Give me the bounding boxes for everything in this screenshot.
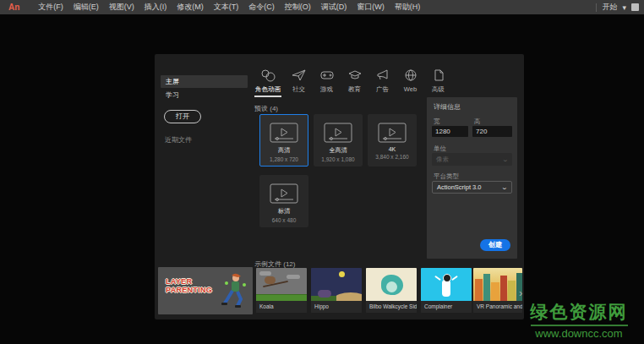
menu-insert[interactable]: 插入(I): [139, 0, 172, 14]
watermark-site-name: 绿色资源网: [531, 300, 628, 326]
sample-thumbnail: [311, 268, 362, 301]
units-select: 像素 ⌄: [432, 153, 512, 166]
document-icon: [431, 67, 446, 84]
height-input[interactable]: [472, 126, 512, 137]
chevron-down-icon: ⌄: [502, 156, 509, 163]
menu-view[interactable]: 视图(V): [104, 0, 139, 14]
watermark: 绿色资源网 www.downcc.com: [516, 300, 641, 340]
width-input[interactable]: [432, 126, 468, 137]
sample-thumbnail: [421, 268, 472, 301]
walking-character-art: [219, 272, 248, 309]
animate-logo: An: [8, 3, 19, 12]
menu-debug[interactable]: 调试(D): [316, 0, 352, 14]
menu-edit[interactable]: 编辑(E): [68, 0, 104, 14]
recent-files-label: 近期文件: [165, 135, 192, 145]
layer-parenting-promo-tile[interactable]: LAYER PARENTING: [158, 267, 253, 314]
window-control[interactable]: [631, 3, 639, 11]
sample-name: Hippo: [311, 301, 362, 313]
tab-games[interactable]: 游戏: [313, 64, 341, 94]
sample-koala[interactable]: Koala: [256, 268, 307, 313]
width-label: 宽: [434, 117, 440, 126]
sample-name: Bilbo Walkcycle Side: [366, 301, 417, 313]
tab-social[interactable]: 社交: [285, 64, 313, 94]
units-label: 单位: [434, 145, 446, 153]
tab-character-animation[interactable]: 角色动画: [251, 64, 285, 94]
preset-full-hd[interactable]: 全高清 1,920 x 1,080: [314, 114, 363, 167]
platform-select[interactable]: ActionScript 3.0 ⌄: [432, 181, 512, 194]
start-screen: 主屏 学习 打开 近期文件 LAYER PARENTING 角色动画: [155, 54, 524, 319]
menu-modify[interactable]: 修改(M): [172, 0, 209, 14]
sample-name: VR Panoramic and 3: [473, 301, 522, 313]
menu-bar: An 文件(F) 编辑(E) 视图(V) 插入(I) 修改(M) 文本(T) 命…: [0, 0, 644, 14]
details-header: 详细信息: [434, 102, 461, 112]
promo-title: LAYER PARENTING: [166, 277, 212, 294]
gamepad-icon: [319, 67, 335, 84]
video-preset-icon: [270, 123, 298, 143]
tab-advanced[interactable]: 高级: [424, 64, 452, 94]
create-button[interactable]: 创建: [480, 239, 510, 251]
platform-label: 平台类型: [434, 172, 459, 181]
video-preset-icon: [378, 123, 407, 143]
menu-text[interactable]: 文本(T): [209, 0, 244, 14]
details-panel: 详细信息 宽 高 单位 像素 ⌄ 平台类型 ActionScript 3.0 ⌄…: [427, 97, 517, 259]
paper-plane-icon: [292, 67, 307, 84]
graduation-cap-icon: [347, 67, 363, 84]
sample-name: Complainer: [421, 301, 472, 313]
menu-help[interactable]: 帮助(H): [390, 0, 426, 14]
sample-thumbnail: [473, 268, 522, 301]
character-animation-icon: [260, 67, 276, 84]
tab-web[interactable]: Web: [396, 64, 424, 94]
preset-4k[interactable]: 4K 3,840 x 2,160: [368, 114, 417, 167]
watermark-url: www.downcc.com: [516, 327, 641, 340]
sample-thumbnail: [366, 268, 417, 301]
sample-vr-panoramic[interactable]: VR Panoramic and 3: [473, 268, 522, 313]
sample-bilbo[interactable]: Bilbo Walkcycle Side: [366, 268, 417, 313]
sidebar-item-home[interactable]: 主屏: [161, 75, 248, 88]
open-button[interactable]: 打开: [164, 110, 201, 123]
menu-file[interactable]: 文件(F): [33, 0, 68, 14]
video-preset-icon: [270, 183, 298, 204]
megaphone-icon: [375, 67, 390, 84]
preset-hd[interactable]: 高清 1,280 x 720: [259, 114, 308, 167]
sample-complainer[interactable]: Complainer: [421, 268, 472, 313]
height-label: 高: [474, 117, 481, 126]
menu-commands[interactable]: 命令(C): [243, 0, 280, 14]
sidebar-item-learn[interactable]: 学习: [161, 89, 248, 101]
chevron-down-icon: ⌄: [501, 184, 508, 191]
tab-ads[interactable]: 广告: [368, 64, 396, 94]
sample-hippo[interactable]: Hippo: [311, 268, 362, 313]
tab-education[interactable]: 教育: [341, 64, 368, 94]
workspace-switcher[interactable]: 开始: [602, 2, 617, 13]
presets-header: 预设 (4): [254, 104, 278, 113]
preset-sd[interactable]: 标清 640 x 480: [259, 175, 308, 227]
samples-next-arrow[interactable]: ›: [519, 287, 522, 298]
sample-name: Koala: [256, 301, 307, 313]
category-tabs: 角色动画 社交 游戏 教育 广告: [251, 64, 452, 94]
globe-icon: [403, 67, 418, 84]
menu-window[interactable]: 窗口(W): [352, 0, 390, 14]
menubar-divider: [596, 3, 597, 12]
sample-thumbnail: [256, 268, 307, 301]
chevron-down-icon: ▾: [622, 3, 626, 12]
video-preset-icon: [324, 123, 352, 143]
menu-control[interactable]: 控制(O): [280, 0, 316, 14]
